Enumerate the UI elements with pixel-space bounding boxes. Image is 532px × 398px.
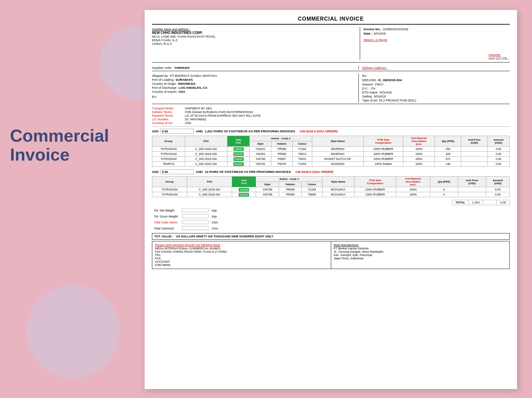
- supplier-code-row: Supplier code: CN004410 Delivery Address…: [152, 65, 510, 71]
- table-row: TATRADIUM C_IND-2018-204 U1A22 Y00789 PR…: [152, 192, 510, 197]
- cell-style: Y00791: [250, 162, 271, 167]
- invoice-document: COMMERCIAL INVOICE Supplier name and add…: [145, 10, 517, 389]
- tot-value-row: TOT. VALUE : US DOLLARS NINETY SIX THOUS…: [152, 233, 510, 240]
- tot-gross-weight-label: Tot. Gross Weight:: [153, 214, 180, 219]
- cell-colour: T8031: [293, 157, 312, 162]
- th-ftw-sole-2: FTW SoleComposition: [354, 177, 396, 187]
- cell-colour: T1003: [293, 162, 312, 167]
- cell-fabbric: PR086: [279, 192, 302, 197]
- shipping-info-right: EU DEEASEL IC_IND2018-204 Season: FW17 D…: [358, 74, 510, 102]
- table-row: TATRADIUM C_IND-2018-204 U1A22 Y00790 P0…: [152, 157, 510, 162]
- cell-unit-price: [458, 187, 486, 192]
- total-amount: 0.00: [497, 200, 510, 205]
- tot-gross-weight-input[interactable]: [182, 214, 208, 218]
- cell-colour: T2184: [302, 187, 322, 192]
- real-mfr-label: Real Manufacturer:: [334, 243, 359, 247]
- cell-sale-po: U1A22: [227, 162, 250, 167]
- cell-po: C_IND-2018-204: [187, 192, 232, 197]
- cell-group: TATRADIUM: [152, 152, 185, 157]
- usd-label-2: USD: [152, 170, 159, 174]
- tot-net-weight-input[interactable]: [182, 208, 208, 212]
- cell-full-material: 100%: [396, 192, 430, 197]
- transport-mode-label: Transport Mode:: [152, 107, 184, 110]
- th-amount-2: Amount(USD): [486, 177, 510, 187]
- invoice-title: COMMERCIAL INVOICE: [152, 16, 510, 25]
- date-value: 4/Oct/18: [374, 32, 386, 35]
- shipping-info-left: Shipped by: PT BKERKAT GANDA SENTOSA Por…: [152, 74, 358, 102]
- footer-right: Real Manufacturer: PT Berkat Ganda Sento…: [331, 241, 510, 269]
- cell-full-material: 100%: [396, 187, 430, 192]
- sailing-label: Sailing:: [362, 94, 372, 98]
- th-unit-price-1: Unit Price(USD): [461, 136, 487, 147]
- cell-ftw-sole: 100% Rubber: [364, 162, 403, 167]
- th-fabbric-1: Fabbric: [271, 141, 293, 147]
- cell-style: Y00789: [256, 192, 279, 197]
- invoice-table-2: Group PO# SalePO# Article - Code # Style…: [152, 176, 510, 197]
- fax-row: FAX:: [155, 257, 328, 260]
- payment-terms-label: Payment Terms:: [152, 114, 184, 117]
- port-discharge-label: Port of Discharge:: [152, 86, 177, 89]
- th-full-material-2: Full MaterialDescription(incl.: [396, 177, 430, 187]
- country-import-value: USA: [179, 90, 185, 93]
- cell-po: C_IND-2018-204: [187, 187, 232, 192]
- invoice-no-label: Invoice No.:: [363, 27, 381, 31]
- tot-net-weight-label: Tot. Net Weight:: [153, 208, 180, 213]
- total-carton-input[interactable]: [182, 226, 208, 230]
- th-full-material-1: Full MaterialDescription(incl.: [403, 136, 435, 147]
- shipped-by-value: PT BKERKAT GANDA SENTOSA: [170, 74, 217, 77]
- cell-unit-price: [461, 152, 487, 157]
- cell-amount: 0.00: [487, 147, 509, 152]
- supplier-code-right: Delivery Address :: [358, 66, 510, 69]
- th-style-2: Style: [256, 182, 279, 187]
- importer-label: Importer:: [488, 53, 510, 57]
- country-origin-value: INDONESIA: [178, 82, 196, 85]
- dc-label: D.C.:: [362, 86, 369, 90]
- cw-ref-1: CW-2018-0 (USA ORDER): [300, 129, 338, 133]
- port-loading-value: SURABAYA: [176, 78, 193, 81]
- pairs-text-1: 1,291 PAIRS OF FOOTWEAR AS PER PROFORMA …: [205, 129, 295, 133]
- supplier-name: NEW CHHO INDUSTRIES CORP.: [152, 31, 356, 35]
- sidebar-title: Commercial Invoice: [10, 126, 130, 164]
- th-qty-2: Qty (PRS): [430, 177, 458, 187]
- payment-terms-value: L/C AT 60 DAYS FROM EXPRESS SEA WAY BILL…: [185, 114, 261, 117]
- cell-style: Y00789: [256, 187, 279, 192]
- cell-style-name: BICHUKKA: [322, 187, 354, 192]
- invoice-no-value: 163/BGS/VII/2018: [383, 27, 408, 31]
- cell-sale-po: U1A22: [227, 147, 250, 152]
- th-group-2: Group: [152, 177, 187, 187]
- th-po-2: PO#: [187, 177, 232, 187]
- delivery-address-label: Delivery Address :: [362, 66, 388, 69]
- th-style-name-1: Style Name: [312, 136, 363, 147]
- th-amount-1: Amount(USD): [487, 136, 509, 147]
- cell-style-name: BIKERINO: [312, 152, 363, 157]
- and-label-2: AND: [196, 170, 203, 174]
- supplier-block: Supplier name and address : NEW CHHO IND…: [152, 27, 360, 60]
- pairs-text-2: 12 PAIRS OF FOOTWEAR AS PER PROFORMA INV…: [205, 170, 291, 174]
- lc-number-label: L/C Number:: [152, 118, 184, 121]
- tot-gross-weight-unit: Kgs: [210, 214, 219, 219]
- th-sale-po-1: SalePO#: [227, 136, 250, 147]
- cell-sale-po: U1A22: [227, 152, 250, 157]
- icbc-value: ICBC38006: [155, 263, 328, 267]
- cell-qty: 6: [430, 192, 458, 197]
- cell-colour: T8085: [302, 192, 322, 197]
- cell-ftw-sole: 100% RUBBER: [354, 192, 396, 197]
- supplier-code-left: Supplier code: CN004410: [152, 66, 358, 69]
- total-cubic-input[interactable]: [182, 220, 208, 224]
- total-label: TOTAL: [452, 200, 468, 205]
- cell-po: C_IND-2018-204: [185, 157, 227, 162]
- usd-amount-2: 0.00: [161, 169, 194, 174]
- invoice-header: Supplier name and address : NEW CHHO IND…: [152, 27, 510, 63]
- etd-label: ETD reque:: [362, 90, 378, 94]
- cell-group: TEMPUS: [152, 162, 185, 167]
- real-mfr-addr1: JL. Gunung Gangsir, Desa Randupitu: [334, 250, 507, 253]
- th-ftw-sole-1: FTW SoleComposition: [364, 136, 403, 147]
- usd-label-1: USD: [152, 129, 159, 133]
- supplier-addr1: NO.6, LANE 646, YUAN HUAN EAST ROAD,: [152, 35, 356, 38]
- cell-group: TATRADIUM: [152, 192, 187, 197]
- supplier-addr3: CHINA, R.O.C: [152, 42, 356, 46]
- decorative-circle-bottom: [27, 285, 120, 378]
- cell-group: TATRADIUM: [152, 147, 185, 152]
- cell-fabbric: P0078: [271, 162, 293, 167]
- country-import-label: Country of Import:: [152, 90, 177, 93]
